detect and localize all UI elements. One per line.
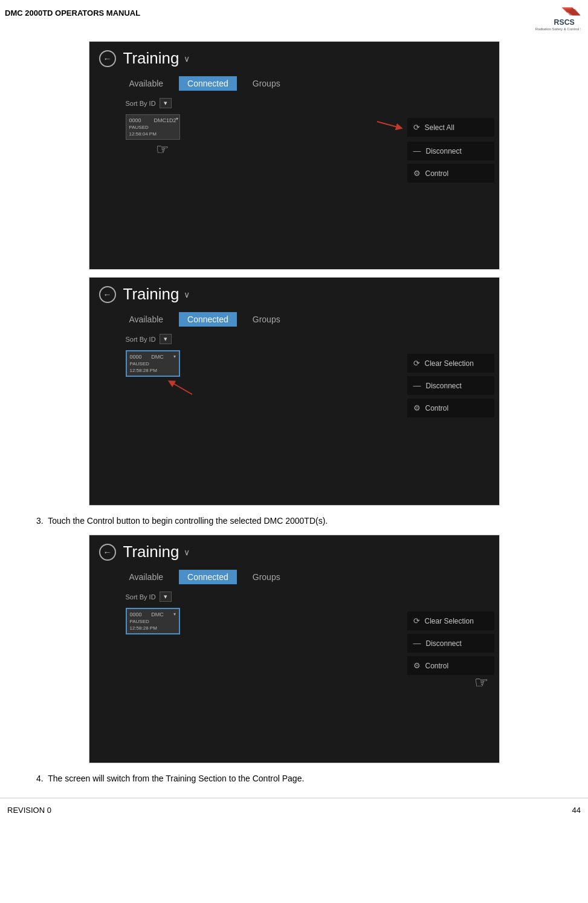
sc1-title: Training [123, 49, 179, 68]
logo-area: RSCS Radiation Safety & Control Services [532, 5, 581, 31]
sc1-red-arrow [374, 117, 404, 135]
sc1-card-top: 0000 DMC1D2 [129, 117, 176, 123]
sc2-control-button[interactable]: ⚙ Control [407, 399, 494, 417]
sc2-clear-selection-button[interactable]: ⟳ Clear Selection [407, 354, 494, 373]
step4-text: 4. The screen will switch from the Train… [36, 772, 552, 785]
step4-description: The screen will switch from the Training… [48, 774, 304, 783]
sc3-device-status: PAUSED [130, 619, 176, 624]
sc3-device-time: 12:58:28 PM [130, 625, 176, 631]
sc3-sort-label: Sort By ID [126, 593, 156, 601]
footer-revision: REVISION 0 [7, 806, 51, 815]
sc1-card-chevron-icon: ▾ [176, 116, 178, 122]
sc2-card-top: 0000 DMC ▾ [130, 354, 176, 360]
sc3-tab-available[interactable]: Available [126, 570, 167, 584]
sc3-main: 0000 DMC ▾ PAUSED 12:58:28 PM ⟳ Clear Se… [89, 605, 499, 763]
page-header: DMC 2000TD OPERATORS MANUAL RSCS Radiati… [0, 0, 588, 34]
sc1-disconnect-button[interactable]: ― Disconnect [407, 142, 494, 160]
back-icon: ← [103, 54, 112, 64]
sc3-control-label: Control [425, 662, 449, 670]
refresh-icon: ⟳ [413, 123, 420, 132]
sc1-tab-groups[interactable]: Groups [249, 76, 284, 91]
step3-description: Touch the Control button to begin contro… [48, 516, 328, 526]
sc2-tabs: Available Connected Groups [89, 308, 499, 331]
sc2-device-time: 12:58:28 PM [130, 368, 176, 373]
sc3-clear-selection-label: Clear Selection [425, 617, 474, 625]
sc1-chevron-icon: ∨ [184, 54, 190, 64]
svg-line-8 [171, 382, 192, 394]
sc1-disconnect-label: Disconnect [426, 147, 462, 155]
sc3-card-chevron-icon: ▾ [173, 611, 176, 618]
sc2-sort-label: Sort By ID [126, 336, 156, 343]
sc1-select-all-button[interactable]: ⟳ Select All [407, 118, 494, 137]
sc1-body: ← Training ∨ Available Connected Groups … [89, 42, 499, 269]
sc1-device-status: PAUSED [129, 125, 176, 130]
sc2-actions: ⟳ Clear Selection ― Disconnect ⚙ Control [402, 348, 499, 499]
sc2-device-card[interactable]: 0000 DMC ▾ PAUSED 12:58:28 PM [126, 350, 180, 377]
sc3-gear-icon: ⚙ [413, 661, 421, 670]
sc3-device-card[interactable]: 0000 DMC ▾ PAUSED 12:58:28 PM [126, 608, 180, 634]
sc3-clear-selection-button[interactable]: ⟳ Clear Selection [407, 611, 494, 630]
sc3-disconnect-button[interactable]: ― Disconnect [407, 634, 494, 653]
sc3-header: ← Training ∨ [89, 535, 499, 566]
sc2-red-arrow [162, 379, 198, 397]
sc2-sort-bar: Sort By ID ▾ [89, 331, 499, 348]
footer-page-number: 44 [572, 806, 581, 815]
page-footer: REVISION 0 44 [0, 798, 588, 820]
sc3-body: ← Training ∨ Available Connected Groups … [89, 535, 499, 763]
sc1-main: 0000 DMC1D2 PAUSED 12:58:04 PM ▾ ☞ [89, 112, 499, 269]
sc1-sort-label: Sort By ID [126, 100, 156, 107]
sc2-tab-connected[interactable]: Connected [179, 312, 237, 327]
sc2-tab-available[interactable]: Available [126, 312, 167, 327]
sc1-control-button[interactable]: ⚙ Control [407, 164, 494, 183]
sc1-device-card[interactable]: 0000 DMC1D2 PAUSED 12:58:04 PM ▾ [126, 114, 180, 140]
sc2-control-label: Control [425, 404, 449, 412]
sc2-device-id: 0000 [130, 354, 142, 360]
sc3-touch-cursor: ☞ [474, 673, 488, 692]
gear-icon: ⚙ [413, 169, 421, 178]
svg-line-6 [377, 122, 399, 128]
sc2-device-name: DMC [151, 354, 164, 360]
sc2-sort-dropdown[interactable]: ▾ [160, 334, 172, 344]
sc1-tab-connected[interactable]: Connected [179, 76, 237, 91]
sc1-select-all-label: Select All [425, 123, 454, 132]
sc2-tab-groups[interactable]: Groups [249, 312, 284, 327]
sc2-device-list: 0000 DMC ▾ PAUSED 12:58:28 PM [89, 348, 402, 499]
sc1-sort-bar: Sort By ID ▾ [89, 96, 499, 112]
sc1-device-time: 12:58:04 PM [129, 131, 176, 137]
sc3-back-icon: ← [103, 547, 112, 557]
step3-text: 3. Touch the Control button to begin con… [36, 514, 552, 527]
sc1-tab-available[interactable]: Available [126, 76, 167, 91]
sc3-device-list: 0000 DMC ▾ PAUSED 12:58:28 PM [89, 605, 402, 757]
sc1-device-name: DMC1D2 [153, 117, 176, 123]
sc1-device-id: 0000 [129, 117, 141, 123]
sc2-back-button[interactable]: ← [99, 286, 116, 303]
sc3-chevron-icon: ∨ [184, 547, 190, 557]
sc2-refresh-icon: ⟳ [413, 359, 420, 368]
sc2-main: 0000 DMC ▾ PAUSED 12:58:28 PM [89, 348, 499, 505]
sc2-title: Training [123, 285, 179, 304]
svg-text:RSCS: RSCS [554, 18, 575, 27]
sc2-device-status: PAUSED [130, 361, 176, 367]
sc3-device-id: 0000 [130, 611, 142, 618]
sc3-control-container: ⚙ Control ☞ [407, 656, 494, 675]
screenshot-2: ← Training ∨ Available Connected Groups … [89, 277, 500, 506]
sc3-control-button[interactable]: ⚙ Control [407, 656, 494, 675]
sc3-sort-dropdown[interactable]: ▾ [160, 592, 172, 602]
sc2-red-arrow-container [162, 379, 366, 400]
page-content: ← Training ∨ Available Connected Groups … [0, 41, 588, 786]
sc2-clear-selection-label: Clear Selection [425, 359, 474, 368]
sc1-actions: ⟳ Select All ― Disconnect ⚙ Control [402, 112, 499, 263]
sc1-header: ← Training ∨ [89, 42, 499, 73]
sc2-disconnect-button[interactable]: ― Disconnect [407, 376, 494, 395]
sc3-tab-connected[interactable]: Connected [179, 570, 237, 584]
screenshot-3: ← Training ∨ Available Connected Groups … [89, 535, 500, 763]
sc3-disconnect-label: Disconnect [426, 639, 462, 648]
step3-number: 3. [36, 516, 44, 526]
sc3-tab-groups[interactable]: Groups [249, 570, 284, 584]
sc2-gear-icon: ⚙ [413, 403, 421, 412]
sc3-card-top: 0000 DMC ▾ [130, 611, 176, 618]
sc3-back-button[interactable]: ← [99, 544, 116, 561]
step4-number: 4. [36, 774, 44, 783]
sc1-sort-dropdown[interactable]: ▾ [160, 98, 172, 108]
sc1-back-button[interactable]: ← [99, 50, 116, 67]
